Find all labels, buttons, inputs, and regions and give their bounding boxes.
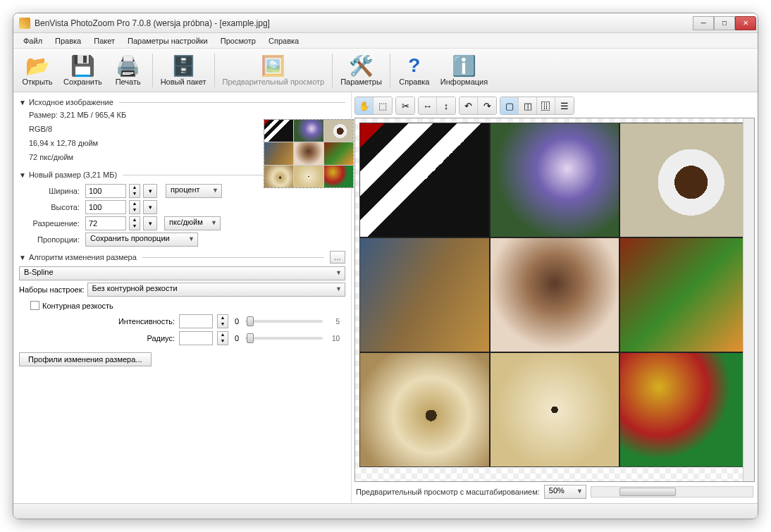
- width-input[interactable]: [85, 184, 126, 198]
- menubar: Файл Правка Пакет Параметры настройки Пр…: [13, 33, 758, 49]
- app-icon: [19, 18, 30, 29]
- close-button[interactable]: ✕: [735, 16, 756, 30]
- radius-slider[interactable]: [245, 337, 323, 340]
- radius-spinner[interactable]: ▲▼: [217, 331, 228, 345]
- unsharp-checkbox[interactable]: [30, 301, 39, 310]
- intensity-slider[interactable]: [245, 320, 323, 323]
- toolbar-divider: [390, 54, 390, 87]
- rotate-right-button[interactable]: ↷: [478, 97, 496, 114]
- width-spinner[interactable]: ▲▼: [129, 184, 140, 198]
- preview-tile: [360, 123, 489, 237]
- collapse-icon: ▼: [19, 254, 26, 261]
- intensity-spinner[interactable]: ▲▼: [217, 314, 228, 328]
- intensity-value: 0: [233, 317, 241, 326]
- section-source[interactable]: ▼ Исходное изображение: [19, 98, 345, 106]
- menu-batch[interactable]: Пакет: [88, 35, 121, 47]
- unsharp-label: Контурная резкость: [42, 302, 113, 310]
- preview-tile: [620, 238, 749, 352]
- size-unit-combo[interactable]: процент: [166, 184, 222, 198]
- folder-open-icon: 📂: [26, 54, 49, 77]
- preview-tile: [620, 353, 749, 466]
- save-icon: 💾: [71, 54, 94, 77]
- window-title: BenVista PhotoZoom Pro 7.0.8 (wersja pró…: [35, 18, 693, 28]
- resolution-input[interactable]: [85, 216, 126, 230]
- preview-tile: [620, 123, 749, 237]
- collapse-icon: ▼: [19, 99, 26, 106]
- tools-icon: 🛠️: [350, 54, 373, 77]
- menu-edit[interactable]: Правка: [49, 35, 87, 47]
- save-button[interactable]: 💾 Сохранить: [58, 51, 107, 90]
- flip-h-button[interactable]: ↔: [419, 97, 437, 114]
- params-button[interactable]: 🛠️ Параметры: [335, 51, 387, 90]
- preview-icon: 🖼️: [262, 54, 285, 77]
- preview-tile: [491, 123, 619, 237]
- titlebar: BenVista PhotoZoom Pro 7.0.8 (wersja pró…: [13, 13, 758, 33]
- method-combo[interactable]: B-Spline: [19, 266, 345, 280]
- preview-canvas[interactable]: [354, 118, 755, 482]
- presets-label: Наборы настроек:: [19, 285, 85, 294]
- open-button[interactable]: 📂 Открыть: [16, 51, 58, 90]
- maximize-button[interactable]: □: [714, 16, 735, 30]
- menu-settings[interactable]: Параметры настройки: [122, 35, 214, 47]
- height-spinner[interactable]: ▲▼: [129, 200, 140, 214]
- print-button[interactable]: 🖨️ Печать: [107, 51, 149, 90]
- zoom-label: Предварительный просмотр с масштабирован…: [356, 488, 540, 496]
- menu-file[interactable]: Файл: [18, 35, 48, 47]
- presets-combo[interactable]: Без контурной резкости: [87, 283, 345, 297]
- algo-options-button[interactable]: …: [330, 251, 345, 264]
- marquee-tool-button[interactable]: ⬚: [374, 97, 392, 114]
- layout-4-button[interactable]: ☰: [555, 97, 574, 114]
- layout-2-button[interactable]: ◫: [519, 97, 537, 114]
- toolbar-divider: [332, 54, 333, 87]
- crop-button[interactable]: ✂: [396, 97, 414, 114]
- radius-label: Радиус:: [147, 334, 175, 342]
- preview-tile: [491, 353, 619, 466]
- statusbar: [13, 503, 758, 519]
- aspect-label: Пропорции:: [19, 235, 82, 244]
- height-label: Высота:: [19, 203, 82, 211]
- info-button[interactable]: ℹ️ Информация: [436, 51, 493, 90]
- flip-v-button[interactable]: ↕: [437, 97, 455, 114]
- resolution-unit-combo[interactable]: пкс/дюйм: [164, 216, 221, 230]
- batch-icon: 🗄️: [172, 54, 195, 77]
- collapse-icon: ▼: [19, 171, 26, 179]
- preview-toolbar: ✋ ⬚ ✂ ↔ ↕ ↶ ↷ ▢ ◫ ⿲ ☰: [354, 95, 755, 118]
- horizontal-scrollbar[interactable]: [591, 486, 753, 497]
- resize-profiles-button[interactable]: Профили изменения размера...: [19, 352, 152, 366]
- source-thumbnail[interactable]: [264, 119, 354, 188]
- vertical-scrollbar[interactable]: [743, 118, 754, 481]
- resolution-extra-button[interactable]: ▾: [143, 216, 157, 230]
- menu-view[interactable]: Просмотр: [215, 35, 261, 47]
- width-extra-button[interactable]: ▾: [143, 184, 157, 198]
- intensity-label: Интенсивность:: [118, 317, 175, 326]
- info-icon: ℹ️: [453, 54, 476, 77]
- preview-tile: [360, 238, 489, 352]
- aspect-combo[interactable]: Сохранить пропорции: [85, 233, 198, 247]
- menu-help[interactable]: Справка: [263, 35, 304, 47]
- hand-tool-button[interactable]: ✋: [355, 97, 374, 114]
- radius-max: 10: [327, 335, 340, 342]
- preview-panel: ✋ ⬚ ✂ ↔ ↕ ↶ ↷ ▢ ◫ ⿲ ☰: [352, 92, 758, 503]
- zoom-combo[interactable]: 50%: [544, 485, 586, 499]
- toolbar: 📂 Открыть 💾 Сохранить 🖨️ Печать 🗄️ Новый…: [13, 49, 758, 92]
- resolution-spinner[interactable]: ▲▼: [129, 216, 140, 230]
- help-button[interactable]: ? Справка: [393, 51, 436, 90]
- height-input[interactable]: [85, 200, 126, 214]
- toolbar-divider: [152, 54, 153, 87]
- section-algo[interactable]: ▼ Алгоритм изменения размера …: [19, 251, 345, 264]
- minimize-button[interactable]: ─: [693, 16, 714, 30]
- width-label: Ширина:: [19, 187, 82, 195]
- resolution-label: Разрешение:: [19, 219, 82, 228]
- height-extra-button[interactable]: ▾: [143, 200, 157, 214]
- layout-3-button[interactable]: ⿲: [537, 97, 555, 114]
- help-icon: ?: [403, 54, 426, 77]
- preview-button[interactable]: 🖼️ Предварительный просмотр: [218, 51, 330, 90]
- rotate-left-button[interactable]: ↶: [459, 97, 478, 114]
- toolbar-divider: [214, 54, 215, 87]
- radius-input[interactable]: [179, 331, 213, 345]
- new-batch-button[interactable]: 🗄️ Новый пакет: [156, 51, 211, 90]
- preview-tile: [360, 353, 489, 466]
- layout-1-button[interactable]: ▢: [500, 97, 519, 114]
- radius-value: 0: [233, 334, 241, 342]
- intensity-input[interactable]: [179, 314, 213, 328]
